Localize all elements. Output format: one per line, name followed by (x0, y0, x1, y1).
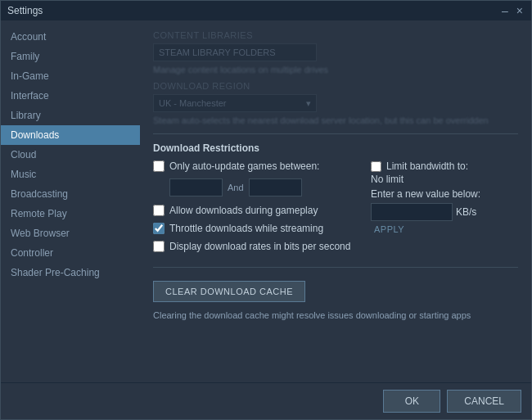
ok-button[interactable]: OK (383, 390, 440, 413)
sidebar-item-family[interactable]: Family (1, 47, 140, 66)
kb-row: KB/s (371, 203, 518, 221)
title-bar: Settings – × (1, 1, 531, 20)
sidebar-item-in-game[interactable]: In-Game (1, 66, 140, 86)
throttle-checkbox[interactable] (153, 223, 165, 234)
sidebar-item-controller[interactable]: Controller (1, 243, 140, 263)
window-footer: OK CANCEL (1, 382, 531, 419)
enter-value-text: Enter a new value below: (371, 188, 518, 200)
sidebar-item-shader-pre-caching[interactable]: Shader Pre-Caching (1, 263, 140, 282)
limit-bandwidth-label: Limit bandwidth to: (386, 160, 468, 172)
apply-button[interactable]: APPLY (371, 223, 408, 236)
autoupdate-row: Only auto-update games between: (153, 160, 354, 172)
no-limit-text: No limit (371, 174, 518, 185)
sidebar-item-broadcasting[interactable]: Broadcasting (1, 184, 140, 204)
sidebar-item-remote-play[interactable]: Remote Play (1, 204, 140, 224)
sidebar-item-cloud[interactable]: Cloud (1, 145, 140, 165)
kb-unit: KB/s (456, 206, 476, 218)
bits-label: Display download rates in bits per secon… (169, 241, 350, 252)
sidebar-item-downloads[interactable]: Downloads (1, 125, 140, 145)
gameplay-checkbox[interactable] (153, 205, 165, 216)
sidebar-item-music[interactable]: Music (1, 165, 140, 184)
steam-library-input: STEAM LIBRARY FOLDERS (153, 43, 317, 61)
minimize-button[interactable]: – (500, 5, 510, 16)
download-region-label: Download Region (153, 81, 518, 91)
limit-bandwidth-checkbox[interactable] (371, 161, 381, 172)
window-title: Settings (7, 5, 43, 16)
region-hint: Steam auto-selects the nearest download … (153, 115, 518, 125)
time-range-row: And (169, 178, 354, 196)
time-end-input[interactable] (249, 178, 302, 196)
sidebar-item-library[interactable]: Library (1, 106, 140, 125)
close-button[interactable]: × (515, 5, 525, 16)
throttle-row: Throttle downloads while streaming (153, 223, 354, 234)
restrictions-grid: Only auto-update games between: And Allo… (153, 160, 518, 259)
clear-cache-button[interactable]: CLEAR DOWNLOAD CACHE (153, 281, 305, 302)
limit-bandwidth-row: Limit bandwidth to: (371, 160, 518, 172)
cancel-button[interactable]: CANCEL (447, 390, 521, 413)
left-column: Only auto-update games between: And Allo… (153, 160, 354, 259)
blurred-section: Content Libraries STEAM LIBRARY FOLDERS … (153, 30, 518, 125)
title-bar-controls: – × (500, 5, 525, 16)
manage-text: Manage content locations on multiple dri… (153, 65, 518, 75)
autoupdate-checkbox[interactable] (153, 160, 165, 172)
bits-checkbox[interactable] (153, 241, 165, 252)
right-column: Limit bandwidth to: No limit Enter a new… (371, 160, 518, 259)
content-libraries-label: Content Libraries (153, 30, 518, 40)
gameplay-row: Allow downloads during gameplay (153, 205, 354, 216)
sidebar-item-web-browser[interactable]: Web Browser (1, 224, 140, 243)
main-content: Content Libraries STEAM LIBRARY FOLDERS … (140, 20, 531, 382)
autoupdate-label: Only auto-update games between: (169, 160, 319, 172)
time-start-input[interactable] (169, 178, 223, 196)
sidebar: AccountFamilyIn-GameInterfaceLibraryDown… (1, 20, 140, 382)
kb-input[interactable] (371, 203, 453, 221)
settings-window: Settings – × AccountFamilyIn-GameInterfa… (0, 0, 532, 420)
sidebar-item-account[interactable]: Account (1, 27, 140, 47)
lower-divider (153, 267, 518, 268)
sidebar-item-interface[interactable]: Interface (1, 86, 140, 106)
content-area: AccountFamilyIn-GameInterfaceLibraryDown… (1, 20, 531, 382)
gameplay-label: Allow downloads during gameplay (169, 205, 318, 216)
region-section: Download Region UK - Manchester (153, 81, 518, 112)
download-restrictions-title: Download Restrictions (153, 142, 518, 154)
cache-footer-text: Clearing the download cache might resolv… (153, 310, 518, 320)
region-dropdown[interactable]: UK - Manchester (153, 94, 317, 112)
throttle-label: Throttle downloads while streaming (169, 223, 323, 234)
section-divider (153, 133, 518, 134)
bits-row: Display download rates in bits per secon… (153, 241, 354, 252)
and-label: And (228, 183, 244, 192)
